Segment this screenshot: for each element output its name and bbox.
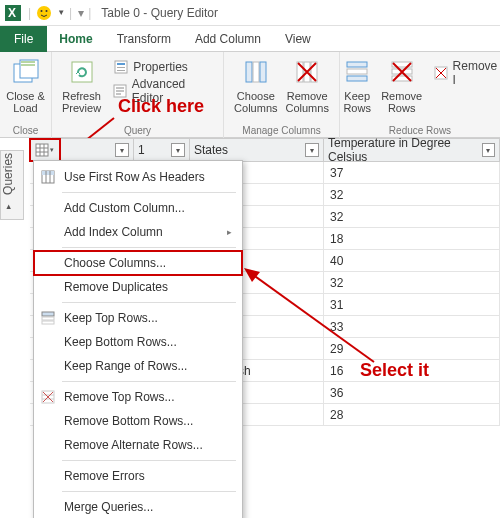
ctx-keep-range-rows[interactable]: Keep Range of Rows... [34,354,242,378]
ctx-first-row-headers[interactable]: Use First Row As Headers [34,165,242,189]
filter-dropdown-icon[interactable]: ▾ [482,143,495,157]
refresh-icon [66,56,98,88]
svg-rect-7 [72,62,92,82]
submenu-icon: ▸ [227,227,232,237]
remove-side-button[interactable]: Remove I [430,58,500,88]
queries-label: Queries [1,152,15,194]
cell-temperature: 18 [324,228,500,249]
separator [62,302,236,303]
svg-rect-39 [42,321,54,324]
close-load-icon [10,56,42,88]
separator: | [69,6,72,20]
tab-transform[interactable]: Transform [105,27,183,51]
col-header-blank[interactable]: ▾ [60,139,134,161]
svg-rect-6 [20,60,38,78]
separator [62,460,236,461]
remove-columns-button[interactable]: Remove Columns [282,54,333,116]
smiley-icon[interactable] [35,4,53,22]
col-header-temperature[interactable]: Temperature in Degree Celsius ▾ [324,139,500,161]
ctx-remove-duplicates[interactable]: Remove Duplicates [34,275,242,299]
ctx-remove-top-rows[interactable]: Remove Top Rows... [34,385,242,409]
ctx-add-custom-column[interactable]: Add Custom Column... [34,196,242,220]
tab-home[interactable]: Home [47,27,104,51]
menu-bar: File Home Transform Add Column View [0,26,500,52]
context-menu: Use First Row As Headers Add Custom Colu… [33,160,243,518]
ribbon: Close & Load Close Refresh Preview Prope… [0,52,500,138]
ctx-keep-bottom-rows[interactable]: Keep Bottom Rows... [34,330,242,354]
ctx-remove-bottom-rows[interactable]: Remove Bottom Rows... [34,409,242,433]
excel-icon: X [4,4,22,22]
queries-panel-tab[interactable]: ▸ Queries [0,150,24,220]
advanced-editor-button[interactable]: Advanced Editor [109,76,217,106]
separator [62,381,236,382]
refresh-preview-button[interactable]: Refresh Preview [58,54,105,116]
cell-temperature: 32 [324,184,500,205]
svg-rect-34 [42,171,54,175]
ctx-remove-errors[interactable]: Remove Errors [34,464,242,488]
cell-temperature: 28 [324,404,500,425]
separator [62,247,236,248]
table-icon [40,169,56,185]
remove-columns-icon [291,56,323,88]
cell-temperature: 16 [324,360,500,381]
svg-point-2 [37,6,51,20]
ctx-remove-alternate-rows[interactable]: Remove Alternate Rows... [34,433,242,457]
ctx-add-index-column[interactable]: Add Index Column▸ [34,220,242,244]
cell-temperature: 33 [324,316,500,337]
ctx-keep-top-rows[interactable]: Keep Top Rows... [34,306,242,330]
separator [62,192,236,193]
choose-columns-button[interactable]: Choose Columns [230,54,281,116]
svg-rect-37 [42,312,54,316]
svg-rect-38 [42,317,54,320]
keep-rows-icon [341,56,373,88]
choose-columns-icon [240,56,272,88]
overflow-icon[interactable]: ▾ [78,6,84,20]
cell-temperature: 31 [324,294,500,315]
col-header-states[interactable]: States ▾ [190,139,324,161]
svg-rect-15 [260,62,266,82]
table-menu-button[interactable]: ▾ [30,139,60,161]
remove-rows-icon [40,389,56,405]
remove-icon [434,65,448,81]
window-title: Table 0 - Query Editor [101,6,218,20]
file-tab[interactable]: File [0,26,47,52]
svg-rect-13 [246,62,252,82]
adv-editor-icon [113,83,128,99]
title-bar: X | ▼ | ▾ | Table 0 - Query Editor [0,0,500,26]
svg-point-3 [41,10,43,12]
filter-dropdown-icon[interactable]: ▾ [115,143,129,157]
remove-rows-icon [386,56,418,88]
svg-rect-10 [117,67,125,68]
chevron-right-icon: ▸ [3,202,13,212]
cell-temperature: 32 [324,272,500,293]
col-header-1[interactable]: 1 ▾ [134,139,190,161]
svg-rect-21 [347,76,367,81]
filter-dropdown-icon[interactable]: ▾ [305,143,319,157]
keep-rows-icon [40,310,56,326]
table-icon [35,143,49,157]
cell-temperature: 40 [324,250,500,271]
close-load-button[interactable]: Close & Load [2,54,49,116]
ctx-choose-columns[interactable]: Choose Columns... [34,251,242,275]
filter-dropdown-icon[interactable]: ▾ [171,143,185,157]
tab-add-column[interactable]: Add Column [183,27,273,51]
svg-text:X: X [8,6,16,20]
cell-temperature: 29 [324,338,500,359]
svg-rect-14 [253,62,259,82]
cell-temperature: 37 [324,162,500,183]
separator [62,491,236,492]
ctx-merge-queries[interactable]: Merge Queries... [34,495,242,518]
svg-rect-19 [347,62,367,67]
group-query-label: Query [124,125,151,138]
cell-temperature: 36 [324,382,500,403]
keep-rows-button[interactable]: Keep Rows [337,54,377,116]
file-label: File [14,32,33,46]
grid-header: ▾ ▾ 1 ▾ States ▾ Temperature in Degree C… [30,138,500,162]
dropdown-caret-icon[interactable]: ▼ [57,8,65,17]
tab-view[interactable]: View [273,27,323,51]
group-close-label: Close [13,125,39,138]
properties-icon [113,59,129,75]
properties-button[interactable]: Properties [109,58,217,76]
svg-point-4 [46,10,48,12]
remove-rows-button[interactable]: Remove Rows [377,54,426,116]
